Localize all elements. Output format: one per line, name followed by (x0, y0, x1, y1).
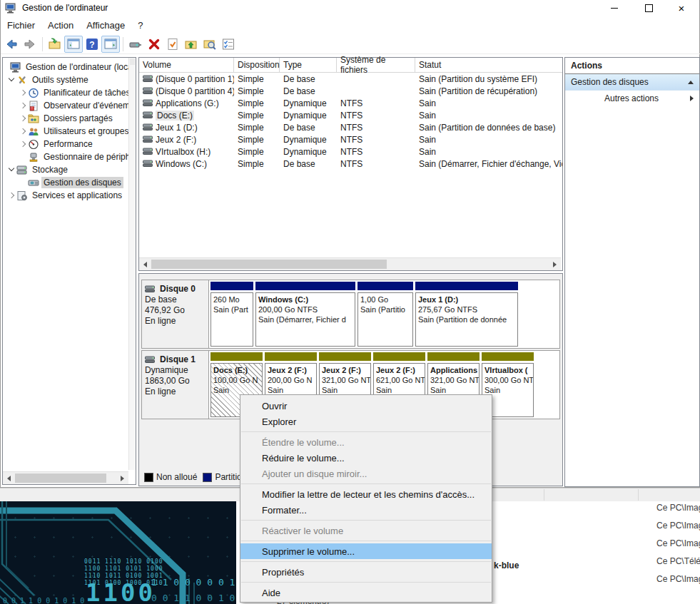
title-bar[interactable]: Gestion de l'ordinateur × (1, 0, 699, 16)
tree-item-computer-management-local[interactable]: Gestion de l'ordinateur (local) (3, 61, 128, 73)
scroll-left-icon[interactable] (3, 473, 15, 484)
partition-efi[interactable]: 260 MoSain (Part (210, 282, 253, 347)
scrollbar-thumb[interactable] (15, 474, 106, 483)
volume-row-selected[interactable]: Docs (E:) Simple Dynamique NTFS Sain (139, 109, 562, 121)
volume-horizontal-scrollbar[interactable] (139, 257, 561, 270)
task-scheduler-icon (28, 88, 39, 98)
tree-item-utilisateurs-et-groupes[interactable]: Utilisateurs et groupes l (3, 125, 128, 138)
minimize-button[interactable] (602, 1, 627, 15)
menu-item-explorer[interactable]: Explorer (240, 414, 492, 429)
collapse-arrow-icon[interactable] (688, 81, 694, 84)
chevron-collapsed-icon[interactable] (18, 101, 28, 111)
menu-help[interactable]: ? (131, 17, 149, 33)
checklist-icon[interactable] (219, 36, 238, 53)
menu-item-proprietes[interactable]: Propriétés (240, 564, 492, 580)
chevron-collapsed-icon[interactable] (18, 88, 28, 98)
explorer-folder-cell: Ce PC\Imag (656, 521, 700, 531)
tree-item-stockage[interactable]: Stockage (3, 163, 128, 176)
column-header-statut[interactable]: Statut (415, 58, 562, 72)
find-folder-icon[interactable] (201, 36, 219, 53)
console-tree-panel: Gestion de l'ordinateur (local) Outils s… (2, 57, 136, 485)
remote-computer-icon[interactable] (126, 36, 145, 53)
properties-check-icon[interactable] (163, 36, 182, 53)
back-icon[interactable] (2, 36, 21, 53)
legend-swatch-navy (203, 473, 212, 482)
show-console-tree-icon[interactable] (64, 36, 83, 53)
volume-status: Sain (Partition du système EFI) (415, 74, 562, 84)
partition-windows-c[interactable]: Windows (C:)200,00 Go NTFSSain (Démarrer… (255, 282, 355, 347)
volume-color-strip (482, 352, 534, 361)
tree-item-dossiers-partages[interactable]: Dossiers partagés (3, 112, 128, 125)
binary-line-left-bottom: 0 0 1 1 0 0 1 0 1 0 (3, 597, 84, 604)
disk-icon (145, 285, 156, 293)
volume-row[interactable]: Applications (G:) Simple Dynamique NTFS … (139, 97, 562, 109)
help-icon[interactable]: ? (83, 36, 101, 53)
tree-item-label: Dossiers partagés (41, 113, 115, 124)
scroll-right-icon[interactable] (549, 259, 561, 270)
scroll-left-icon[interactable] (139, 259, 151, 270)
tree-item-services-et-applications[interactable]: Services et applications (3, 189, 128, 202)
chevron-collapsed-icon[interactable] (18, 139, 28, 149)
volume-icon (143, 160, 153, 168)
delete-icon[interactable] (145, 36, 163, 53)
column-header-volume[interactable]: Volume (139, 58, 234, 72)
tree-item-gestionnaire-de-peripheriques[interactable]: Gestionnaire de périphé (3, 150, 128, 163)
volume-row[interactable]: (Disque 0 partition 4) Simple De base Sa… (139, 85, 562, 97)
tree-item-planificateur-de-taches[interactable]: Planificateur de tâches (3, 86, 128, 99)
up-one-level-icon[interactable] (182, 36, 201, 53)
column-header-disposition[interactable]: Disposition (234, 58, 280, 72)
volume-type: De base (280, 86, 337, 96)
chevron-collapsed-icon[interactable] (6, 190, 16, 200)
volume-row[interactable]: Jeux 2 (F:) Simple Dynamique NTFS Sain (139, 133, 562, 145)
tree-item-observateur-evenements[interactable]: ! Observateur d'événeme (3, 99, 128, 112)
menu-item-formater[interactable]: Formater... (240, 502, 492, 518)
column-header-systeme-de-fichiers[interactable]: Système de fichiers (337, 58, 415, 72)
partition-size: 260 Mo (213, 295, 250, 304)
menu-item-ouvrir[interactable]: Ouvrir (240, 398, 492, 414)
export-list-icon[interactable] (46, 36, 64, 53)
volume-size: 100,00 Go N (213, 375, 260, 385)
scroll-up-icon[interactable] (130, 58, 135, 65)
menu-item-modifier-la-lettre[interactable]: Modifier la lettre de lecteur et les che… (240, 486, 492, 502)
tree-item-outils-systeme[interactable]: Outils système (3, 73, 128, 86)
menu-item-aide[interactable]: Aide (240, 585, 492, 600)
disk-type: Dynamique (145, 365, 206, 376)
scroll-right-icon[interactable] (116, 473, 128, 484)
actions-group-gestion-des-disques[interactable]: Gestion des disques (565, 74, 699, 91)
close-button[interactable]: × (669, 1, 694, 15)
tree-vertical-scrollbar[interactable] (128, 58, 136, 470)
menu-item-supprimer-le-volume[interactable]: Supprimer le volume... (240, 543, 492, 559)
tree-item-label: Gestion des disques (41, 177, 123, 188)
chevron-collapsed-icon[interactable] (18, 113, 28, 123)
actions-item-autres-actions[interactable]: Autres actions (565, 91, 699, 106)
maximize-button[interactable] (636, 1, 661, 15)
chevron-expanded-icon[interactable] (6, 75, 16, 85)
partition-jeux1-d[interactable]: Jeux 1 (D:)275,67 Go NTFSSain (Partition… (415, 282, 518, 347)
partition-recovery[interactable]: 1,00 GoSain (Partitio (357, 282, 413, 347)
scrollbar-thumb[interactable] (151, 260, 387, 269)
menu-affichage[interactable]: Affichage (80, 17, 131, 33)
disk-0-info[interactable]: Disque 0 De base 476,92 Go En ligne (142, 280, 209, 348)
volume-row[interactable]: Windows (C:) Simple De base NTFS Sain (D… (139, 158, 562, 170)
tree-item-performance[interactable]: Performance (3, 138, 128, 150)
volume-row[interactable]: Jeux 1 (D:) Simple De base NTFS Sain (Pa… (139, 121, 562, 133)
menu-fichier[interactable]: Fichier (1, 17, 41, 33)
disk-1-info[interactable]: Disque 1 Dynamique 1863,00 Go En ligne (142, 351, 209, 419)
chevron-collapsed-icon[interactable] (18, 126, 28, 136)
chevron-expanded-icon[interactable] (6, 165, 16, 175)
partition-size: 275,67 Go NTFS (418, 304, 515, 314)
volume-status: Sain (415, 111, 562, 121)
menu-item-reduire-le-volume[interactable]: Réduire le volume... (240, 450, 492, 466)
show-action-pane-icon[interactable] (101, 36, 120, 53)
tree-horizontal-scrollbar[interactable] (3, 471, 128, 484)
volume-row[interactable]: VIrtualbox (H:) Simple Dynamique NTFS Sa… (139, 145, 562, 158)
forward-icon[interactable] (21, 36, 39, 53)
volume-status: Sain (415, 98, 562, 108)
volume-layout: Simple (234, 74, 280, 84)
volume-size: 321,00 Go NT (430, 375, 477, 385)
column-header-type[interactable]: Type (280, 58, 337, 72)
menu-action[interactable]: Action (41, 17, 80, 33)
volume-icon (143, 135, 153, 143)
explorer-column-divider (544, 489, 544, 501)
tree-item-gestion-des-disques[interactable]: Gestion des disques (3, 176, 128, 189)
